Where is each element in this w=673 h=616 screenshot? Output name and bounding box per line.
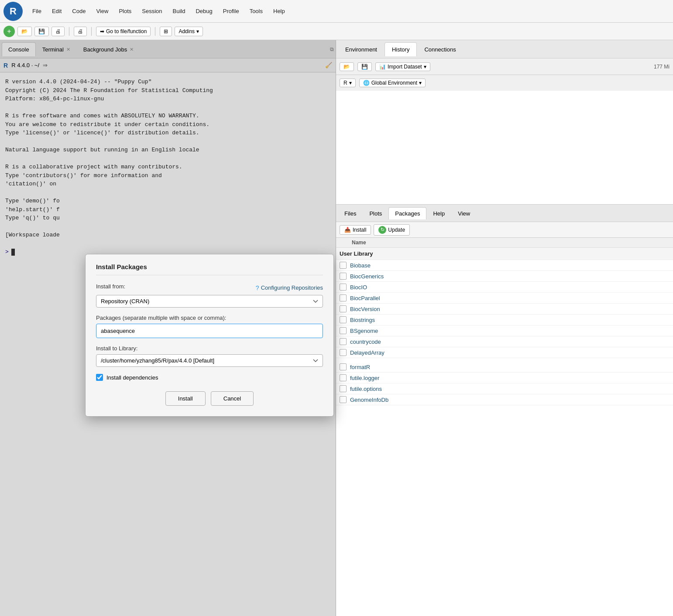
pkg-checkbox-biocgenerics[interactable]: [340, 273, 347, 280]
pkg-checkbox-futile-options[interactable]: [340, 385, 347, 392]
save-workspace-button[interactable]: 💾: [357, 62, 372, 71]
pkg-link-delayedarray[interactable]: DelayedArray: [350, 349, 385, 356]
save-button[interactable]: 💾: [34, 27, 49, 36]
menu-plots[interactable]: Plots: [114, 6, 136, 16]
grid-button[interactable]: ⊞: [160, 27, 172, 36]
packages-input[interactable]: [96, 324, 323, 338]
right-bottom-tab-bar: Files Plots Packages Help View: [336, 205, 673, 222]
pkg-link-biocparallel[interactable]: BiocParallel: [350, 295, 380, 301]
packages-update-button[interactable]: ↻ Update: [374, 224, 410, 236]
import-dataset-button[interactable]: 📊 Import Dataset ▾: [375, 62, 430, 71]
goto-file-input[interactable]: ➡ Go to file/function: [96, 27, 151, 36]
pkg-link-biocio[interactable]: BiocIO: [350, 284, 367, 291]
pkg-checkbox-delayedarray[interactable]: [340, 349, 347, 356]
memory-usage: 177 Mi: [654, 64, 670, 70]
new-file-button[interactable]: +: [3, 26, 15, 37]
save-all-button[interactable]: 🖨: [52, 27, 65, 36]
tab-viewer[interactable]: View: [451, 207, 477, 219]
menu-help[interactable]: Help: [269, 6, 289, 16]
install-to-select[interactable]: /cluster/home/yzhang85/R/pax/4.4.0 [Defa…: [96, 354, 323, 367]
save-icon: 💾: [38, 28, 45, 34]
dialog-buttons: Install Cancel: [96, 391, 323, 406]
load-workspace-button[interactable]: 📂: [340, 62, 354, 71]
tab-files[interactable]: Files: [338, 207, 363, 219]
right-top-panel: Environment History Connections 📂 💾 📊 Im…: [336, 40, 673, 205]
dialog-title: Install Packages: [96, 263, 323, 275]
global-env-button[interactable]: 🌐 Global Environment ▾: [359, 79, 426, 87]
main-layout: Console Terminal ✕ Background Jobs ✕ ⧉ R…: [0, 40, 673, 616]
environment-content: [336, 91, 673, 204]
user-library-header: User Library: [336, 248, 673, 260]
pkg-link-biostrings[interactable]: Biostrings: [350, 317, 375, 323]
pkg-checkbox-biostrings[interactable]: [340, 316, 347, 323]
pkg-checkbox-genomeinfodb[interactable]: [340, 396, 347, 403]
pkg-link-genomeinfodb[interactable]: GenomeInfoDb: [350, 397, 388, 403]
configuring-repos-link[interactable]: ? Configuring Repositories: [256, 284, 323, 291]
tab-history[interactable]: History: [385, 42, 417, 56]
tab-plots[interactable]: Plots: [363, 207, 388, 219]
packages-name-header: Name: [336, 238, 673, 248]
install-deps-checkbox[interactable]: [96, 374, 103, 381]
cancel-button[interactable]: Cancel: [211, 391, 254, 406]
list-item: countrycode: [336, 336, 673, 347]
pkg-link-biocversion[interactable]: BiocVersion: [350, 306, 380, 312]
menu-edit[interactable]: Edit: [48, 6, 66, 16]
menu-code[interactable]: Code: [68, 6, 90, 16]
menu-session[interactable]: Session: [137, 6, 166, 16]
pkg-checkbox-biocio[interactable]: [340, 284, 347, 291]
pkg-link-futile-logger[interactable]: futile.logger: [350, 375, 379, 381]
pkg-checkbox-countrycode[interactable]: [340, 338, 347, 345]
r-selector[interactable]: R ▾: [340, 79, 356, 87]
install-from-field: Install from: ? Configuring Repositories…: [96, 283, 323, 308]
install-deps-label: Install dependencies: [106, 374, 158, 381]
separator1: [69, 27, 69, 36]
globe-icon: 🌐: [363, 80, 370, 86]
pkg-link-bsgenome[interactable]: BSgenome: [350, 328, 378, 334]
menu-debug[interactable]: Debug: [191, 6, 216, 16]
pkg-checkbox-biocparallel[interactable]: [340, 294, 347, 301]
chevron-down-icon: ▾: [349, 80, 352, 86]
packages-toolbar: 📥 Install ↻ Update: [336, 222, 673, 238]
pkg-link-biobase[interactable]: Biobase: [350, 262, 371, 269]
packages-install-button[interactable]: 📥 Install: [340, 225, 371, 235]
print-icon: 🖨: [78, 28, 83, 34]
pkg-checkbox-futile-logger[interactable]: [340, 374, 347, 381]
list-item: Biobase: [336, 260, 673, 271]
update-icon: ↻: [378, 226, 386, 234]
install-icon: 📥: [344, 227, 351, 233]
print-button[interactable]: 🖨: [74, 27, 87, 36]
install-button[interactable]: Install: [165, 391, 206, 406]
list-item: Biostrings: [336, 315, 673, 325]
addins-button[interactable]: Addins ▾: [175, 27, 203, 36]
tab-packages[interactable]: Packages: [388, 207, 426, 219]
menu-view[interactable]: View: [92, 6, 113, 16]
pkg-checkbox-biocversion[interactable]: [340, 305, 347, 312]
list-item: BiocVersion: [336, 304, 673, 315]
pkg-checkbox-bsgenome[interactable]: [340, 327, 347, 334]
menu-build[interactable]: Build: [168, 6, 190, 16]
pkg-link-formatr[interactable]: formatR: [350, 364, 370, 370]
menu-tools[interactable]: Tools: [245, 6, 267, 16]
pkg-checkbox-formatr[interactable]: [340, 363, 347, 370]
toolbar: + 📂 💾 🖨 🖨 ➡ Go to file/function ⊞ Addins…: [0, 23, 673, 40]
menu-profile[interactable]: Profile: [219, 6, 244, 16]
chevron-down-icon: ▾: [196, 28, 199, 34]
install-from-label: Install from:: [96, 283, 125, 290]
install-packages-dialog: Install Packages Install from: ? Configu…: [85, 254, 334, 417]
packages-list: User Library Biobase BiocGenerics BiocIO…: [336, 248, 673, 616]
pkg-spacer: [336, 358, 673, 362]
tab-environment[interactable]: Environment: [338, 42, 385, 56]
pkg-link-biocgenerics[interactable]: BiocGenerics: [350, 273, 384, 280]
save-workspace-icon: 💾: [361, 64, 368, 70]
install-from-select[interactable]: Repository (CRAN): [96, 295, 323, 308]
chevron-down-icon: ▾: [419, 80, 422, 86]
open-file-button[interactable]: 📂: [17, 27, 32, 36]
menu-file[interactable]: File: [28, 6, 46, 16]
pkg-checkbox-biobase[interactable]: [340, 262, 347, 269]
tab-connections[interactable]: Connections: [417, 42, 463, 56]
pkg-link-futile-options[interactable]: futile.options: [350, 386, 382, 392]
tab-help[interactable]: Help: [426, 207, 451, 219]
arrow-icon: ➡: [100, 28, 104, 34]
pkg-link-countrycode[interactable]: countrycode: [350, 339, 381, 345]
question-icon: ?: [256, 284, 259, 291]
